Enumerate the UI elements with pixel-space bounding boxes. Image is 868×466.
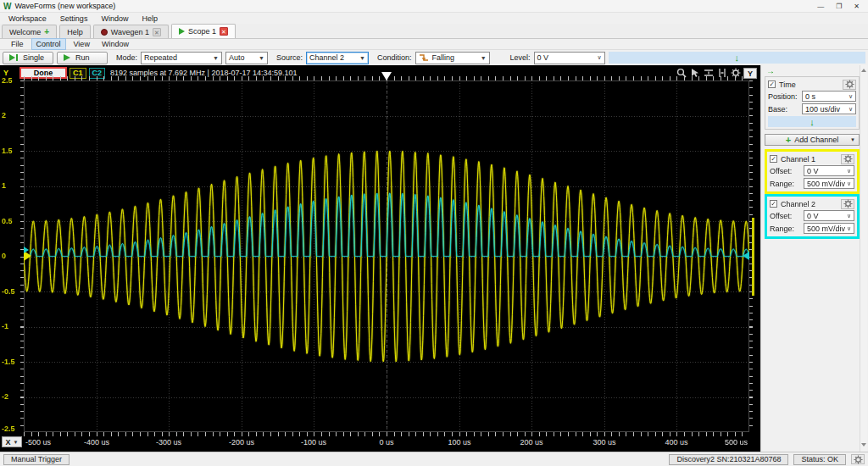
channel2-offset-marker[interactable]: [24, 247, 29, 253]
trigger-position-strip[interactable]: ↓: [609, 52, 865, 64]
menu-window2[interactable]: Window: [97, 39, 133, 49]
device-badge[interactable]: Discovery2 SN:210321A80768: [669, 454, 788, 465]
offset-label: Offset:: [770, 212, 804, 220]
x-axis-menu-button[interactable]: X ▼: [2, 436, 22, 447]
menu-view[interactable]: View: [70, 39, 94, 49]
channel1-range-select[interactable]: 500 mV/div ∨: [804, 178, 854, 189]
chevron-down-icon: ∨: [847, 180, 851, 187]
menu-settings[interactable]: Settings: [60, 14, 88, 23]
add-channel-label: Add Channel: [794, 136, 838, 144]
plus-icon: +: [786, 136, 791, 144]
scroll-up-icon[interactable]: [861, 69, 866, 72]
x-axis-tick: 100 us: [448, 438, 470, 447]
source-value: Channel 2: [309, 53, 344, 62]
trigger-position-marker[interactable]: [381, 72, 392, 80]
tab-scope[interactable]: Scope 1 ✕: [171, 24, 236, 38]
channel2-offset-row: Offset: 0 V ∨: [770, 209, 854, 222]
base-select[interactable]: 100 us/div ∨: [802, 103, 856, 114]
channel2-offset-value: 0 V: [807, 212, 819, 220]
tab-welcome-label: Welcome: [9, 28, 41, 36]
x-axis-tick: 400 us: [665, 438, 687, 447]
x-axis-row: X ▼ -500 us -400 us -300 us -200 us -100…: [0, 435, 760, 449]
channel1-group: ✓ Channel 1 Offset: 0 V ∨ Range: 500 mV/…: [765, 149, 860, 194]
arrow-right-icon: →: [766, 66, 775, 75]
condition-label: Condition:: [377, 53, 412, 62]
channel1-checkbox[interactable]: ✓: [770, 155, 777, 163]
channel1-offset-select[interactable]: 0 V ∨: [804, 165, 854, 176]
x-axis-button-label: X: [6, 438, 11, 447]
menu-window[interactable]: Window: [101, 14, 128, 23]
time-strip[interactable]: ↓: [768, 116, 856, 127]
y-axis-tick: 0.5: [2, 217, 22, 225]
chevron-down-icon: ∨: [847, 225, 851, 232]
time-group: ✓ Time Position: 0 s ∨ Base: 100 us/div …: [765, 76, 860, 130]
menu-help[interactable]: Help: [142, 14, 158, 23]
menu-file[interactable]: File: [7, 39, 28, 49]
y-axis-tick: -2.5: [2, 424, 22, 433]
time-position-row: Position: 0 s ∨: [768, 90, 856, 103]
level-select[interactable]: 0 V ∨: [534, 52, 605, 64]
condition-value-wrap: Falling: [419, 53, 455, 63]
channel1-range-row: Range: 500 mV/div ∨: [770, 177, 854, 190]
channel2-checkbox[interactable]: ✓: [770, 200, 777, 208]
chevron-down-icon: ▼: [850, 137, 855, 142]
scope-menubar: File Control View Window: [0, 39, 868, 50]
y-axis-tick: 1.5: [2, 147, 22, 155]
single-button[interactable]: Single: [3, 52, 53, 64]
range-label: Range:: [770, 180, 804, 188]
channel1-settings-gear-icon[interactable]: [841, 154, 854, 164]
channels-panel: → ✓ Time Position: 0 s ∨ Base: 1: [760, 65, 868, 452]
panel-scrollbar[interactable]: [860, 65, 867, 452]
channel2-settings-gear-icon[interactable]: [841, 199, 854, 209]
position-select[interactable]: 0 s ∨: [802, 91, 856, 102]
x-axis-tick: -300 us: [156, 438, 181, 447]
chevron-down-icon: ▼: [213, 55, 219, 61]
y-axis-tick: 0: [2, 252, 22, 260]
waveforms-app-window: W WaveForms (new workspace) — ❐ ✕ Worksp…: [0, 0, 868, 466]
device-settings-gear-icon[interactable]: [851, 454, 865, 464]
run-icon: [63, 53, 71, 62]
mode-select[interactable]: Repeated ▼: [141, 52, 222, 64]
time-settings-gear-icon[interactable]: [843, 80, 856, 90]
manual-trigger-button[interactable]: Manual Trigger: [3, 454, 70, 465]
menu-workspace[interactable]: Workspace: [8, 14, 47, 23]
minimize-button[interactable]: —: [817, 3, 824, 10]
mode-label: Mode:: [116, 53, 137, 62]
tab-welcome[interactable]: Welcome +: [2, 25, 57, 38]
trigger-level-marker[interactable]: [743, 252, 749, 260]
close-icon[interactable]: ✕: [220, 27, 228, 36]
menu-control[interactable]: Control: [31, 38, 66, 50]
channel2-range-select[interactable]: 500 mV/div ∨: [804, 223, 854, 234]
record-icon: [101, 29, 108, 36]
tab-wavegen-label: Wavegen 1: [111, 28, 149, 36]
arrow-down-icon: ↓: [810, 118, 815, 126]
run-button[interactable]: Run: [57, 52, 108, 64]
acquisition-select[interactable]: Auto ▼: [225, 52, 268, 64]
status-bar: Manual Trigger Discovery2 SN:210321A8076…: [0, 452, 868, 466]
level-value: 0 V: [537, 53, 549, 62]
x-axis-tick: -100 us: [301, 438, 326, 447]
source-select[interactable]: Channel 2 ▼: [306, 52, 369, 64]
tab-help-label: Help: [67, 28, 83, 36]
condition-select[interactable]: Falling ▼: [415, 52, 490, 64]
scroll-down-icon[interactable]: [861, 443, 866, 447]
chevron-down-icon: ▼: [14, 440, 19, 445]
tab-wavegen[interactable]: Wavegen 1 ✕: [93, 25, 169, 38]
waveform-canvas[interactable]: [24, 80, 749, 432]
y-axis-tick: 2.5: [2, 76, 22, 85]
main-menubar: Workspace Settings Window Help: [0, 13, 868, 24]
chevron-down-icon: ▼: [481, 55, 487, 61]
add-channel-button[interactable]: + Add Channel ▼: [765, 134, 860, 146]
y-axis-tick: -0.5: [2, 287, 22, 296]
time-checkbox[interactable]: ✓: [768, 80, 776, 88]
window-title: WaveForms (new workspace): [14, 2, 115, 10]
close-button[interactable]: ✕: [854, 3, 860, 10]
x-axis-tick: 200 us: [520, 438, 542, 447]
tab-help[interactable]: Help: [59, 25, 91, 38]
channel2-offset-select[interactable]: 0 V ∨: [804, 210, 854, 221]
base-value: 100 us/div: [805, 105, 840, 114]
close-icon[interactable]: ✕: [153, 28, 161, 36]
maximize-button[interactable]: ❐: [836, 3, 842, 10]
source-label: Source:: [276, 53, 303, 62]
chevron-down-icon: ∨: [849, 106, 853, 113]
